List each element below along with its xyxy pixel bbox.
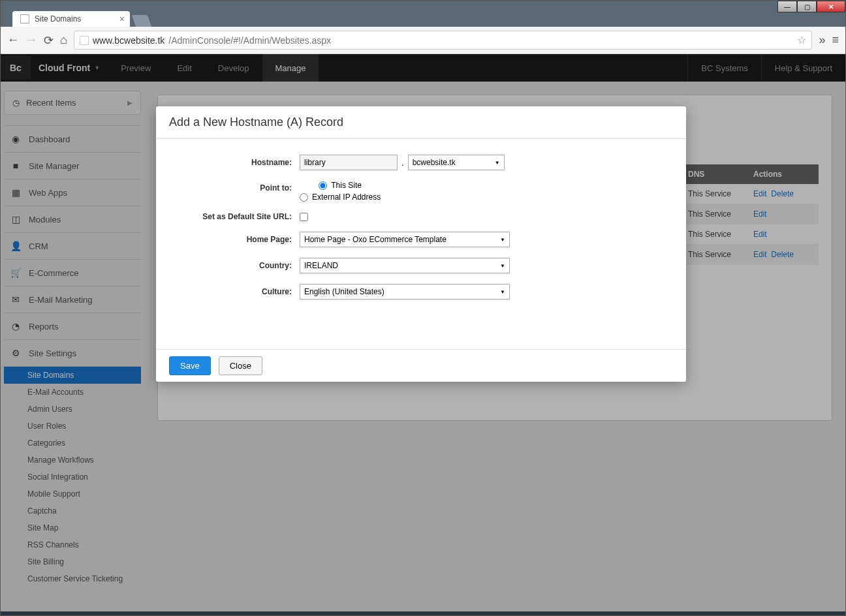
modal-footer: Save Close bbox=[156, 349, 686, 382]
nav-arrows: ← → ⟳ ⌂ bbox=[7, 33, 67, 48]
home-page-select[interactable]: Home Page - Oxo ECommerce Template ▼ bbox=[300, 232, 510, 247]
culture-select[interactable]: English (United States) ▼ bbox=[300, 284, 510, 300]
close-button[interactable]: Close bbox=[219, 356, 262, 375]
hamburger-icon[interactable]: ≡ bbox=[832, 33, 839, 47]
tab-title: Site Domains bbox=[35, 14, 81, 23]
back-icon[interactable]: ← bbox=[7, 33, 19, 47]
save-button[interactable]: Save bbox=[169, 356, 211, 375]
window-minimize[interactable]: — bbox=[777, 1, 797, 12]
home-icon[interactable]: ⌂ bbox=[60, 33, 67, 47]
tab-close-icon[interactable]: × bbox=[119, 14, 125, 24]
bookmark-icon[interactable]: ☆ bbox=[797, 34, 806, 46]
hostname-input[interactable] bbox=[300, 155, 398, 170]
modal-title: Add a New Hostname (A) Record bbox=[156, 106, 686, 139]
chevron-down-icon: ▼ bbox=[500, 237, 505, 243]
tabs-row: Site Domains × bbox=[1, 8, 845, 27]
radio-external-ip-input[interactable] bbox=[300, 193, 308, 202]
forward-icon[interactable]: → bbox=[25, 33, 37, 47]
window-controls: — ▢ ✕ bbox=[777, 1, 845, 12]
new-tab-button[interactable] bbox=[132, 15, 152, 27]
row-hostname: Hostname: . bcwebsite.tk ▼ bbox=[182, 155, 660, 170]
chevron-down-icon: ▼ bbox=[500, 289, 505, 295]
row-culture: Culture: English (United States) ▼ bbox=[182, 284, 660, 300]
window-maximize[interactable]: ▢ bbox=[797, 1, 817, 12]
browser-chrome: Site Domains × ← → ⟳ ⌂ www.bcwebsite.tk/… bbox=[1, 1, 845, 54]
url-host: www.bcwebsite.tk bbox=[93, 35, 164, 46]
app-wrapper: Bc Cloud Front ▼ Preview Edit Develop Ma… bbox=[1, 54, 845, 611]
window-close[interactable]: ✕ bbox=[817, 1, 845, 12]
label-default-url: Set as Default Site URL: bbox=[182, 212, 300, 221]
page-icon bbox=[20, 14, 29, 23]
label-point-to: Point to: bbox=[182, 181, 300, 192]
radio-external-ip[interactable]: External IP Address bbox=[300, 192, 381, 202]
row-point-to: Point to: This Site External IP Address bbox=[182, 181, 660, 202]
default-url-checkbox[interactable] bbox=[300, 213, 308, 221]
radio-external-ip-label: External IP Address bbox=[312, 192, 381, 202]
row-default-url: Set as Default Site URL: bbox=[182, 212, 660, 221]
label-hostname: Hostname: bbox=[182, 158, 300, 167]
chevron-down-icon: ▼ bbox=[495, 160, 500, 166]
add-hostname-modal: Add a New Hostname (A) Record Hostname: … bbox=[156, 106, 686, 382]
domain-select[interactable]: bcwebsite.tk ▼ bbox=[408, 155, 505, 170]
row-home-page: Home Page: Home Page - Oxo ECommerce Tem… bbox=[182, 232, 660, 247]
radio-this-site[interactable]: This Site bbox=[319, 181, 362, 190]
row-country: Country: IRELAND ▼ bbox=[182, 258, 660, 273]
modal-body: Hostname: . bcwebsite.tk ▼ Point to: bbox=[156, 139, 686, 349]
label-culture: Culture: bbox=[182, 287, 300, 296]
chevron-down-icon: ▼ bbox=[500, 263, 505, 269]
url-path: /AdminConsole/#!/Admin/Websites.aspx bbox=[168, 35, 331, 46]
home-page-value: Home Page - Oxo ECommerce Template bbox=[304, 235, 446, 244]
radio-this-site-label: This Site bbox=[331, 181, 362, 190]
radio-this-site-input[interactable] bbox=[319, 181, 327, 190]
window-frame: — ▢ ✕ Site Domains × ← → ⟳ ⌂ www.bcwebsi… bbox=[0, 0, 846, 616]
country-select[interactable]: IRELAND ▼ bbox=[300, 258, 510, 273]
reload-icon[interactable]: ⟳ bbox=[44, 33, 54, 48]
browser-tab[interactable]: Site Domains × bbox=[12, 11, 130, 27]
domain-select-value: bcwebsite.tk bbox=[413, 158, 456, 167]
country-value: IRELAND bbox=[304, 261, 338, 270]
label-home-page: Home Page: bbox=[182, 235, 300, 244]
dot-separator: . bbox=[401, 158, 404, 168]
nav-row: ← → ⟳ ⌂ www.bcwebsite.tk/AdminConsole/#!… bbox=[1, 27, 845, 54]
url-bar[interactable]: www.bcwebsite.tk/AdminConsole/#!/Admin/W… bbox=[74, 31, 813, 50]
chevron-right-icon[interactable]: » bbox=[819, 33, 825, 47]
site-icon bbox=[80, 36, 89, 45]
culture-value: English (United States) bbox=[304, 287, 384, 296]
label-country: Country: bbox=[182, 261, 300, 270]
